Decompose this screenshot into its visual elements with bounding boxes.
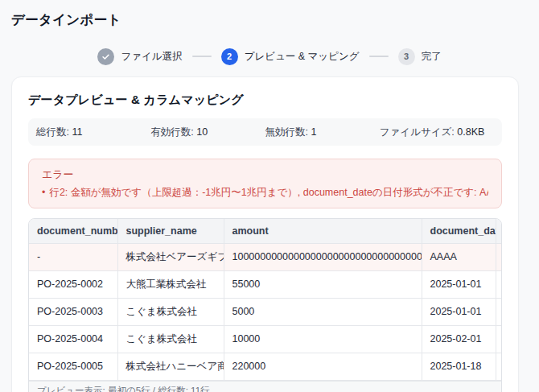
cell-amount: 220000 xyxy=(224,353,422,380)
column-header-amount: amount xyxy=(224,219,422,243)
step-connector xyxy=(369,56,389,57)
stat-valid-rows: 有効行数: 10 xyxy=(150,126,265,138)
cell-amount: 100000000000000000000000000000000000... xyxy=(224,243,422,270)
preview-mapping-card: データプレビュー & カラムマッピング 総行数: 11 有効行数: 10 無効行… xyxy=(11,76,519,392)
step-label-preview-mapping: プレビュー & マッピング xyxy=(245,50,360,64)
clipped-cell xyxy=(496,243,501,270)
step-complete: 3 完了 xyxy=(398,48,442,65)
cell-document-date: 2025-01-01 xyxy=(422,298,496,325)
clipped-cell xyxy=(496,353,501,380)
cell-document-date: 2025-01-01 xyxy=(422,270,496,298)
page-title: データインポート xyxy=(11,10,539,29)
cell-supplier-name: 株式会社ハニーベア商事 xyxy=(117,353,224,380)
table-row: PO-2025-0002 大熊工業株式会社 55000 2025-01-01 xyxy=(29,270,501,298)
cell-document-date: 2025-01-18 xyxy=(422,353,496,380)
cell-document-number: - xyxy=(29,243,117,270)
step-connector xyxy=(192,56,212,57)
cell-document-date: 2025-02-01 xyxy=(422,325,496,353)
cell-document-number: PO-2025-0004 xyxy=(29,325,117,353)
cell-supplier-name: 株式会社ベアーズギフト xyxy=(117,243,224,270)
clipped-column-header xyxy=(496,219,501,243)
column-header-document-number: document_number xyxy=(29,219,117,243)
stat-invalid-rows: 無効行数: 1 xyxy=(265,126,380,138)
table-header-row: document_number supplier_name amount doc… xyxy=(29,219,501,243)
stat-file-size: ファイルサイズ: 0.8KB xyxy=(380,126,494,138)
card-title: データプレビュー & カラムマッピング xyxy=(28,92,502,108)
bullet-icon: • xyxy=(42,187,45,198)
cell-document-date: AAAA xyxy=(422,243,496,270)
table-row: PO-2025-0003 こぐま株式会社 5000 2025-01-01 xyxy=(29,298,501,325)
step-number-badge: 3 xyxy=(398,48,415,65)
cell-amount: 10000 xyxy=(224,325,422,353)
cell-amount: 5000 xyxy=(224,298,422,325)
column-header-document-date: document_date xyxy=(422,219,496,243)
preview-table: document_number supplier_name amount doc… xyxy=(29,219,501,381)
preview-table-footer: プレビュー表示: 最初の5行 / 総行数: 11行 xyxy=(29,381,501,392)
error-alert-title: エラー xyxy=(42,168,488,181)
cell-supplier-name: こぐま株式会社 xyxy=(117,325,224,353)
column-header-supplier-name: supplier_name xyxy=(117,219,224,243)
cell-supplier-name: 大熊工業株式会社 xyxy=(117,270,224,298)
import-stepper: ファイル選択 2 プレビュー & マッピング 3 完了 xyxy=(0,47,539,65)
stat-total-rows: 総行数: 11 xyxy=(36,126,150,138)
check-icon xyxy=(97,48,114,65)
cell-amount: 55000 xyxy=(224,270,422,298)
table-row: PO-2025-0004 こぐま株式会社 10000 2025-02-01 xyxy=(29,325,501,353)
cell-document-number: PO-2025-0005 xyxy=(29,353,117,380)
import-stats-bar: 総行数: 11 有効行数: 10 無効行数: 1 ファイルサイズ: 0.8KB xyxy=(28,118,502,146)
error-alert-message: •行2: 金額が無効です（上限超過：-1兆円〜1兆円まで）, document_… xyxy=(42,186,488,199)
cell-document-number: PO-2025-0003 xyxy=(29,298,117,325)
clipped-cell xyxy=(496,325,501,353)
step-number-badge: 2 xyxy=(221,48,238,65)
error-alert: エラー •行2: 金額が無効です（上限超過：-1兆円〜1兆円まで）, docum… xyxy=(28,159,502,208)
preview-table-scroll-area[interactable]: document_number supplier_name amount doc… xyxy=(28,218,502,392)
clipped-cell xyxy=(496,298,501,325)
cell-document-number: PO-2025-0002 xyxy=(29,270,117,298)
step-label-file-select: ファイル選択 xyxy=(121,50,182,64)
table-row-invalid: - 株式会社ベアーズギフト 10000000000000000000000000… xyxy=(29,243,501,270)
step-preview-mapping: 2 プレビュー & マッピング xyxy=(221,48,360,65)
clipped-cell xyxy=(496,270,501,298)
step-label-complete: 完了 xyxy=(422,50,442,64)
step-file-select: ファイル選択 xyxy=(97,48,182,65)
cell-supplier-name: こぐま株式会社 xyxy=(117,298,224,325)
table-row: PO-2025-0005 株式会社ハニーベア商事 220000 2025-01-… xyxy=(29,353,501,380)
